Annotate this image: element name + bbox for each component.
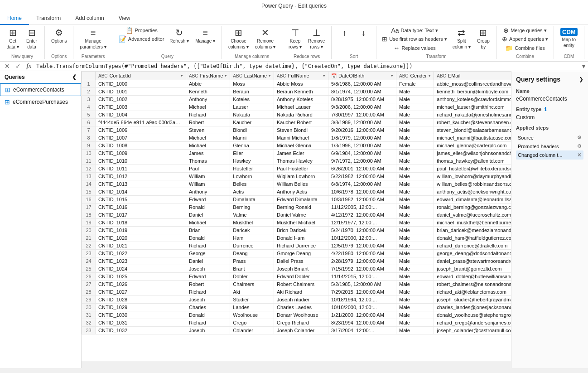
settings-entity-type-value: Custom xyxy=(516,114,583,121)
col-filter-btn-1[interactable]: ▾ xyxy=(181,73,183,78)
remove-rows-button[interactable]: ⊥ Removerows ▾ xyxy=(305,26,328,52)
table-cell: 7/30/1997, 12:00:00 AM xyxy=(328,111,396,119)
table-cell: Ronald xyxy=(186,203,230,211)
table-cell: Daricek xyxy=(230,227,274,234)
query-item-ecommerce-purchases[interactable]: ⊞ eCommercePurchases xyxy=(0,96,81,108)
col-header-FullName[interactable]: ABC FullName ▾ xyxy=(274,72,328,80)
settings-panel: Query settings ❯ Name eCommerceContacts … xyxy=(511,71,588,368)
combine-files-button[interactable]: 📁 Combine files xyxy=(500,44,550,52)
formula-fx-icon[interactable]: fx xyxy=(24,63,34,70)
formula-confirm-icon[interactable]: ✓ xyxy=(14,63,23,70)
col-header-ContactId[interactable]: ABC ContactId ▾ xyxy=(96,72,186,80)
ribbon-group-parameters: ≡ Manageparameters ▾ Parameters xyxy=(73,26,113,59)
col-header-EMail[interactable]: ABC EMail ▾ xyxy=(434,72,511,80)
remove-columns-button[interactable]: ✕ Removecolumns ▾ xyxy=(252,26,278,52)
manage-parameters-button[interactable]: ≡ Manageparameters ▾ xyxy=(77,26,109,52)
step-item-changed-column[interactable]: Changed column t... ✕ xyxy=(516,150,583,160)
table-cell: 4/12/1972, 12:00:00 AM xyxy=(328,211,396,219)
enter-data-button[interactable]: ⊟ Enterdata xyxy=(23,26,41,52)
use-first-row-button[interactable]: ⊞ Use first row as headers ▾ xyxy=(380,35,449,43)
step-delete-icon-changed-column[interactable]: ✕ xyxy=(577,152,582,158)
table-cell: robert_kaucher@stevenshansen.com xyxy=(434,119,511,126)
append-queries-button[interactable]: ⊕ Append queries ▾ xyxy=(500,35,550,43)
col-header-Gender[interactable]: ABC Gender ▾ xyxy=(396,72,434,80)
split-column-button[interactable]: ⇄ Splitcolumn ▾ xyxy=(450,26,473,52)
data-type-button[interactable]: Aa Data type: Text ▾ xyxy=(380,26,449,34)
replace-values-button[interactable]: ↔ Replace values xyxy=(380,44,449,52)
table-row: 7CNTID_1006StevenBiondiSteven Biondi9/20… xyxy=(82,126,511,134)
table-cell: Joseph Colander xyxy=(274,327,328,334)
options-button[interactable]: ⚙ Options xyxy=(48,26,69,46)
group-by-button[interactable]: ⊞ Groupby xyxy=(474,26,492,52)
queries-header: Queries ❮ xyxy=(0,71,81,83)
merge-queries-button[interactable]: ⊕ Merge queries ▾ xyxy=(500,26,550,34)
table-cell: 10/6/1978, 12:00:00 AM xyxy=(328,188,396,196)
table-cell: Male xyxy=(396,157,434,165)
table-cell: Gmorge Deang xyxy=(274,250,328,257)
ribbon-group-reduce-rows: ⊤ Keeprows ▾ ⊥ Removerows ▾ Reduce rows xyxy=(282,26,332,59)
entity-type-info-icon[interactable]: ℹ xyxy=(545,107,546,112)
formula-bar-input[interactable] xyxy=(36,63,579,69)
tab-view[interactable]: View xyxy=(111,12,138,24)
table-cell: f4444de5-664e-e911-a9ac-000d3a2d57... xyxy=(96,119,186,126)
table-cell: Beraun xyxy=(230,88,274,96)
advanced-editor-button[interactable]: 📝 Advanced editor xyxy=(117,35,166,43)
col-filter-btn-6[interactable]: ▾ xyxy=(429,73,431,78)
formula-cancel-icon[interactable]: ✕ xyxy=(3,63,12,70)
query-item-ecommerce-contacts[interactable]: ⊞ eCommerceContacts xyxy=(0,83,81,96)
table-cell: CNTID_1012 xyxy=(96,173,186,180)
ribbon-group-options: ⚙ Options Options xyxy=(45,26,73,59)
table-cell: Richard xyxy=(186,111,230,119)
map-to-entity-button[interactable]: CDM Map toentity xyxy=(558,26,580,50)
horizontal-scrollbar[interactable] xyxy=(82,361,511,368)
col-filter-btn-4[interactable]: ▾ xyxy=(323,73,325,78)
table-cell: Male xyxy=(396,257,434,265)
col-filter-btn-5[interactable]: ▾ xyxy=(391,73,393,78)
ribbon-group-label-manage-columns: Manage columns xyxy=(235,54,269,59)
formula-bar-expand-icon[interactable]: ▾ xyxy=(582,63,585,70)
options-icon: ⚙ xyxy=(55,28,63,37)
row-num-cell: 13 xyxy=(82,173,96,180)
refresh-button[interactable]: ↻ Refresh ▾ xyxy=(167,26,192,46)
ribbon: Home Transform Add column View ⊞ Getdata… xyxy=(0,12,588,62)
properties-button[interactable]: 📋 Properties xyxy=(117,26,166,34)
ribbon-group-cdm: CDM Map toentity CDM xyxy=(554,26,584,59)
table-cell: Anthony xyxy=(186,96,230,103)
step-gear-icon-promoted-headers[interactable]: ⚙ xyxy=(577,143,582,149)
table-cell: Kaucher Robert xyxy=(274,119,328,126)
settings-panel-title: Query settings xyxy=(516,76,560,83)
manage-button[interactable]: ≡ Manage ▾ xyxy=(193,26,218,46)
ribbon-group-query-buttons: 📋 Properties 📝 Advanced editor ↻ Refresh… xyxy=(117,26,218,52)
table-row: 10CNTID_1009JamesEilerJames Ecler6/9/198… xyxy=(82,150,511,157)
table-cell: Male xyxy=(396,180,434,188)
row-num-cell: 28 xyxy=(82,288,96,296)
ribbon-group-manage-columns: ⊞ Choosecolumns ▾ ✕ Removecolumns ▾ Mana… xyxy=(222,26,282,59)
settings-panel-expand-icon[interactable]: ❯ xyxy=(579,76,583,82)
table-row: 28CNTID_1027RichardAkiAki Richard7/29/20… xyxy=(82,288,511,296)
tab-add-column[interactable]: Add column xyxy=(68,12,111,24)
ribbon-group-label-transform: Transform xyxy=(426,54,446,59)
col-filter-btn-3[interactable]: ▾ xyxy=(269,73,271,78)
table-cell: donald_woolhouse@stephensgroup.com xyxy=(434,311,511,319)
step-gear-icon-source[interactable]: ⚙ xyxy=(577,135,582,140)
col-header-FirstName[interactable]: ABC FirstName ▾ xyxy=(186,72,230,80)
keep-rows-button[interactable]: ⊤ Keeprows ▾ xyxy=(286,26,304,52)
get-data-button[interactable]: ⊞ Getdata ▾ xyxy=(4,26,22,52)
tab-home[interactable]: Home xyxy=(0,12,29,25)
table-cell: 9/7/1972, 12:00:00 AM xyxy=(328,157,396,165)
table-row: 5CNTID_1004RichardNakadaNakada Richard7/… xyxy=(82,111,511,119)
col-filter-btn-2[interactable]: ▾ xyxy=(225,73,227,78)
table-cell: Male xyxy=(396,250,434,257)
col-header-LastName[interactable]: ABC LastName ▾ xyxy=(230,72,274,80)
tab-transform[interactable]: Transform xyxy=(29,12,68,24)
step-item-source[interactable]: Source ⚙ xyxy=(516,133,583,142)
sort-desc-button[interactable]: ↓ xyxy=(354,26,372,40)
choose-columns-button[interactable]: ⊞ Choosecolumns ▾ xyxy=(226,26,251,52)
queries-collapse-icon[interactable]: ❮ xyxy=(72,74,77,80)
table-cell: Edward Dimalanta xyxy=(274,196,328,203)
sort-asc-button[interactable]: ↑ xyxy=(335,26,353,40)
step-item-promoted-headers[interactable]: Promoted headers ⚙ xyxy=(516,142,583,150)
options-label: Options xyxy=(51,38,67,44)
grid-container[interactable]: ABC ContactId ▾ ABC FirstName ▾ xyxy=(82,71,511,361)
col-header-DateOfBirth[interactable]: 📅 DateOfBirth ▾ xyxy=(328,72,396,80)
